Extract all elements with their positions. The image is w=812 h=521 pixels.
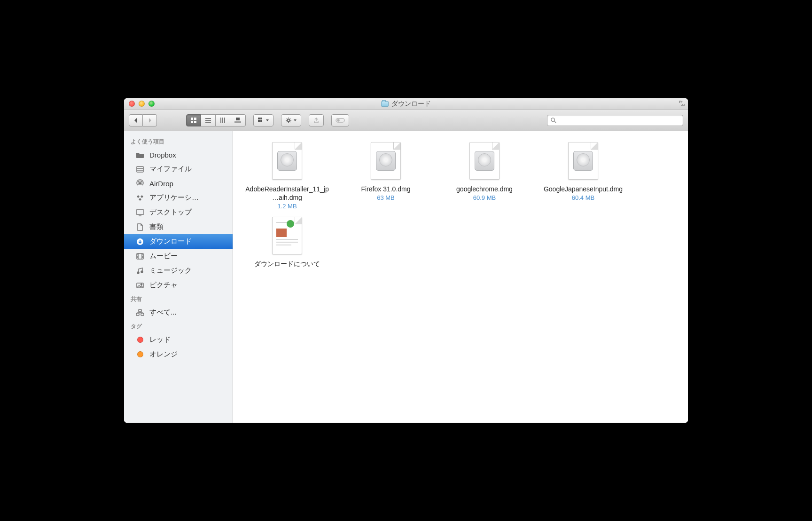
sidebar-item-label: Dropbox	[149, 151, 176, 159]
arrange-button[interactable]	[253, 114, 273, 126]
search-field[interactable]	[547, 115, 683, 126]
sidebar-section-tags: タグ	[124, 320, 233, 332]
svg-rect-0	[191, 118, 193, 120]
file-size: 63 MB	[377, 194, 395, 201]
sidebar-section-favorites: よく使う項目	[124, 135, 233, 148]
svg-point-20	[551, 118, 554, 121]
file-item[interactable]: AdobeReaderInstaller_11_jp…aih.dmg1.2 MB	[243, 140, 331, 210]
music-icon	[135, 267, 145, 275]
finder-window: ダウンロード	[124, 98, 688, 423]
svg-rect-2	[191, 121, 193, 123]
list-view-button[interactable]	[201, 114, 216, 126]
sidebar-item[interactable]: ピクチャ	[124, 278, 233, 292]
airdrop-icon	[135, 179, 145, 188]
sidebar-item[interactable]: ダウンロード	[124, 234, 233, 249]
file-name: googlechrome.dmg	[456, 185, 513, 193]
close-window-button[interactable]	[129, 101, 135, 107]
search-input[interactable]	[558, 117, 680, 124]
svg-point-41	[141, 284, 142, 285]
zoom-window-button[interactable]	[148, 101, 155, 107]
sidebar-item[interactable]: ムービー	[124, 249, 233, 263]
file-name: GoogleJapaneseInput.dmg	[544, 185, 623, 193]
disk-image-icon	[565, 140, 601, 182]
svg-rect-22	[137, 166, 143, 172]
sidebar-item-label: レッド	[149, 335, 171, 344]
sidebar-item-label: すべて...	[149, 308, 177, 317]
titlebar: ダウンロード	[124, 98, 688, 110]
sidebar-item[interactable]: オレンジ	[124, 347, 233, 362]
search-icon	[550, 117, 556, 123]
file-name: Firefox 31.0.dmg	[361, 185, 410, 193]
sidebar-item-label: マイファイル	[149, 165, 192, 174]
file-size: 60.9 MB	[473, 194, 496, 201]
icon-view-button[interactable]	[186, 114, 201, 126]
svg-line-21	[554, 121, 556, 123]
sidebar-section-shared: 共有	[124, 292, 233, 305]
share-button[interactable]	[309, 114, 324, 126]
svg-point-39	[141, 271, 143, 273]
svg-rect-1	[194, 118, 196, 120]
sidebar-item[interactable]: AirDrop	[124, 176, 233, 190]
svg-rect-43	[141, 313, 144, 316]
sidebar-item[interactable]: レッド	[124, 332, 233, 347]
svg-rect-42	[136, 313, 139, 316]
sidebar-item[interactable]: ミュージック	[124, 263, 233, 278]
toolbar	[124, 110, 688, 131]
file-size: 60.4 MB	[572, 194, 594, 201]
sidebar-item[interactable]: Dropbox	[124, 148, 233, 162]
sidebar: よく使う項目 DropboxマイファイルAirDropアプリケーシ…デスクトップ…	[124, 131, 233, 423]
file-item[interactable]: ダウンロードについて	[243, 214, 331, 268]
file-name: AdobeReaderInstaller_11_jp…aih.dmg	[243, 185, 331, 202]
pictures-icon	[135, 281, 145, 290]
network-icon	[135, 308, 145, 317]
file-item[interactable]: googlechrome.dmg60.9 MB	[441, 140, 528, 210]
file-name: ダウンロードについて	[254, 260, 320, 268]
sidebar-item-label: デスクトップ	[149, 208, 192, 217]
tags-button[interactable]	[331, 114, 349, 126]
tag-dot-icon	[135, 336, 145, 344]
coverflow-view-button[interactable]	[230, 114, 246, 126]
documents-icon	[135, 223, 145, 231]
svg-rect-16	[260, 120, 262, 122]
sidebar-item[interactable]: マイファイル	[124, 162, 233, 176]
sidebar-item[interactable]: 書類	[124, 220, 233, 234]
disk-image-icon	[367, 140, 404, 182]
document-icon	[269, 214, 305, 257]
forward-button[interactable]	[143, 114, 157, 126]
sidebar-item-label: ダウンロード	[149, 237, 192, 246]
folder-icon	[381, 101, 389, 107]
view-mode-buttons	[186, 114, 246, 126]
file-item[interactable]: Firefox 31.0.dmg63 MB	[342, 140, 429, 210]
svg-point-19	[337, 119, 339, 121]
desktop-icon	[135, 208, 145, 217]
tag-dot-icon	[135, 350, 145, 359]
minimize-window-button[interactable]	[139, 101, 145, 107]
action-button[interactable]	[281, 114, 301, 126]
sidebar-item-label: アプリケーシ…	[149, 193, 199, 202]
sidebar-item-label: 書類	[149, 222, 164, 231]
column-view-button[interactable]	[216, 114, 230, 126]
sidebar-item[interactable]: デスクトップ	[124, 205, 233, 220]
applications-icon	[135, 194, 145, 202]
file-item[interactable]: GoogleJapaneseInput.dmg60.4 MB	[539, 140, 627, 210]
sidebar-item[interactable]: アプリケーシ…	[124, 190, 233, 205]
folder-icon	[135, 150, 145, 159]
disk-image-icon	[269, 140, 305, 182]
sidebar-item[interactable]: すべて...	[124, 305, 233, 320]
downloads-icon	[135, 237, 145, 246]
svg-rect-26	[136, 210, 144, 214]
nav-buttons	[129, 114, 157, 126]
svg-rect-14	[260, 118, 262, 119]
svg-rect-3	[194, 121, 196, 123]
sidebar-item-label: ミュージック	[149, 266, 192, 275]
window-title: ダウンロード	[391, 100, 431, 108]
svg-rect-10	[236, 118, 240, 120]
back-button[interactable]	[129, 114, 143, 126]
file-size: 1.2 MB	[277, 203, 297, 210]
fullscreen-button[interactable]	[679, 100, 685, 107]
sidebar-item-label: ピクチャ	[149, 281, 178, 290]
svg-rect-15	[258, 120, 260, 122]
svg-point-17	[288, 119, 290, 121]
svg-point-25	[139, 182, 141, 184]
svg-point-38	[137, 272, 139, 274]
